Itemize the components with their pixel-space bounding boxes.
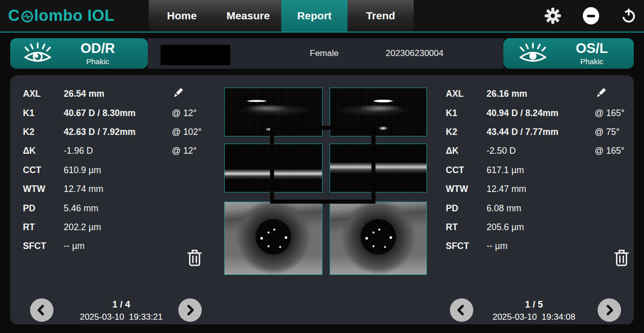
od-phakic-status: Phakic bbox=[86, 58, 109, 65]
logo-text-post: lombo IOL bbox=[34, 7, 115, 25]
measure-label: CCT bbox=[446, 165, 487, 176]
patient-info-bar: Female 202306230004 bbox=[148, 38, 503, 69]
od-measurements: AXL 26.54 mm K1 40.67 D / 8.30mm @ 12° K… bbox=[23, 85, 238, 256]
measure-value: 42.63 D / 7.92mm bbox=[64, 127, 172, 137]
measure-value: 5.46 mm bbox=[64, 203, 172, 214]
od-next-page-button[interactable] bbox=[178, 298, 202, 322]
measure-value: -1.96 D bbox=[64, 146, 172, 156]
app-window: Clombo IOL Home Measure Report Trend bbox=[0, 0, 644, 333]
od-eye-button[interactable]: OD/R Phakic bbox=[10, 38, 148, 69]
measure-label: AXL bbox=[446, 89, 487, 99]
edit-pencil-icon[interactable] bbox=[172, 87, 184, 100]
power-icon[interactable] bbox=[621, 8, 637, 24]
os-page-info: 1 / 5 2025-03-10 19:34:08 bbox=[480, 299, 587, 322]
edit-pencil-icon[interactable] bbox=[595, 87, 607, 100]
chevron-left-icon bbox=[454, 302, 469, 318]
system-buttons bbox=[544, 0, 637, 32]
delete-trash-icon-os[interactable] bbox=[613, 248, 630, 267]
measure-value: 26.16 mm bbox=[487, 89, 595, 99]
logo-pulse-icon bbox=[20, 10, 34, 23]
os-measurements: AXL 26.16 mm K1 40.94 D / 8.24mm @ 165° … bbox=[446, 85, 644, 256]
measure-value: 26.54 mm bbox=[64, 89, 172, 99]
measure-value: -- µm bbox=[487, 241, 595, 252]
measure-label: SFCT bbox=[446, 241, 487, 252]
measure-label: RT bbox=[23, 222, 64, 233]
chevron-right-icon bbox=[182, 302, 198, 318]
measure-label: WTW bbox=[446, 184, 487, 195]
tab-trend[interactable]: Trend bbox=[347, 0, 414, 32]
settings-gear-icon[interactable] bbox=[544, 7, 561, 24]
eye-icon bbox=[519, 42, 547, 65]
tab-home[interactable]: Home bbox=[149, 0, 215, 32]
main-nav: Home Measure Report Trend bbox=[149, 0, 414, 32]
measure-value: 12.74 mm bbox=[64, 184, 172, 195]
report-panel: AXL 26.54 mm K1 40.67 D / 8.30mm @ 12° K… bbox=[10, 75, 634, 324]
measure-value: 610.9 µm bbox=[64, 165, 172, 176]
od-page-number: 1 / 4 bbox=[68, 299, 175, 310]
od-eye-photo[interactable] bbox=[224, 202, 323, 275]
os-prev-page-button[interactable] bbox=[450, 298, 473, 322]
chevron-left-icon bbox=[34, 302, 49, 318]
patient-name-redacted bbox=[160, 45, 230, 65]
measure-value: -- µm bbox=[64, 241, 172, 252]
measure-label: K2 bbox=[446, 127, 487, 137]
minimize-icon[interactable] bbox=[583, 7, 599, 24]
os-eye-label-group: OS/L Phakic bbox=[576, 42, 608, 65]
measure-label: WTW bbox=[23, 184, 64, 195]
measure-label: PD bbox=[23, 203, 64, 214]
tab-report[interactable]: Report bbox=[281, 0, 347, 32]
measure-label: AXL bbox=[23, 89, 64, 99]
measure-axis: @ 165° bbox=[595, 108, 644, 119]
patient-sex: Female bbox=[310, 48, 339, 59]
minimize-bar bbox=[587, 15, 595, 17]
os-next-page-button[interactable] bbox=[598, 298, 621, 322]
chevron-right-icon bbox=[602, 302, 617, 318]
logo-text-pre: C bbox=[8, 7, 20, 25]
measure-value: 12.47 mm bbox=[487, 184, 595, 195]
measure-label: RT bbox=[446, 222, 487, 233]
measure-axis: @ 165° bbox=[595, 146, 644, 156]
patient-id: 202306230004 bbox=[386, 48, 443, 59]
measure-label: ΔK bbox=[23, 146, 64, 156]
os-side-label: OS/L bbox=[576, 42, 608, 55]
measure-value: -2.50 D bbox=[487, 146, 595, 156]
measure-label: SFCT bbox=[23, 241, 64, 252]
measure-value: 6.08 mm bbox=[487, 203, 595, 214]
measure-axis: @ 75° bbox=[595, 127, 644, 137]
measure-value: 40.67 D / 8.30mm bbox=[64, 108, 172, 119]
os-eye-button[interactable]: OS/L Phakic bbox=[503, 38, 634, 69]
measure-label: K1 bbox=[23, 108, 64, 119]
od-page-info: 1 / 4 2025-03-10 19:33:21 bbox=[68, 299, 175, 322]
delete-trash-icon-od[interactable] bbox=[186, 248, 203, 267]
os-eye-photo[interactable] bbox=[330, 202, 427, 275]
scan-link-connector bbox=[270, 126, 375, 204]
tab-measure[interactable]: Measure bbox=[215, 0, 281, 32]
measure-value: 205.6 µm bbox=[487, 222, 595, 233]
measure-value: 43.44 D / 7.77mm bbox=[487, 127, 595, 137]
header-bar: Clombo IOL Home Measure Report Trend bbox=[0, 0, 644, 33]
app-logo: Clombo IOL bbox=[8, 0, 115, 32]
os-scan-timestamp: 2025-03-10 19:34:08 bbox=[480, 312, 587, 322]
measure-label: K1 bbox=[446, 108, 487, 119]
od-side-label: OD/R bbox=[81, 42, 115, 55]
eye-icon bbox=[23, 42, 52, 65]
measure-label: ΔK bbox=[446, 146, 487, 156]
od-eye-label-group: OD/R Phakic bbox=[81, 42, 115, 65]
measure-value: 40.94 D / 8.24mm bbox=[487, 108, 595, 119]
measure-label: PD bbox=[446, 203, 487, 214]
od-prev-page-button[interactable] bbox=[30, 298, 53, 322]
os-page-number: 1 / 5 bbox=[480, 299, 587, 310]
measure-value: 617.1 µm bbox=[487, 165, 595, 176]
measure-label: K2 bbox=[23, 127, 64, 137]
measure-label: CCT bbox=[23, 165, 64, 176]
measure-axis bbox=[595, 86, 644, 102]
os-phakic-status: Phakic bbox=[580, 58, 603, 65]
measure-value: 202.2 µm bbox=[64, 222, 172, 233]
od-scan-timestamp: 2025-03-10 19:33:21 bbox=[68, 312, 175, 322]
